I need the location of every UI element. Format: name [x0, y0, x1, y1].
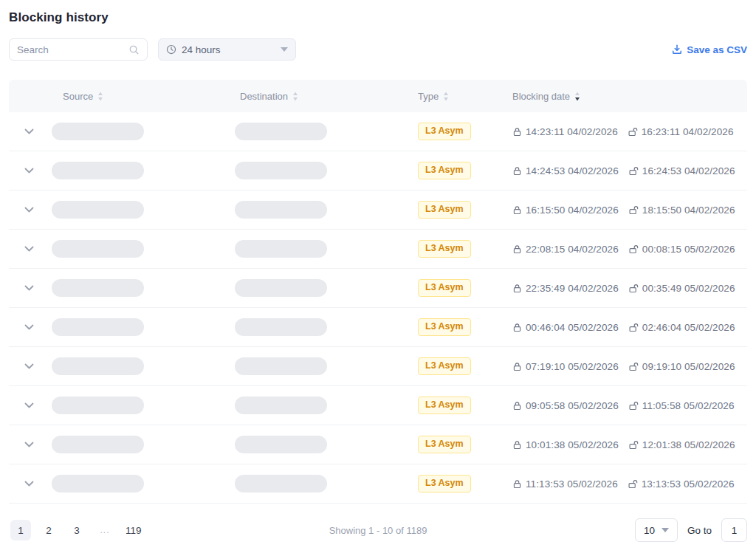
page-ellipsis: ... — [94, 520, 115, 540]
search-input[interactable] — [17, 44, 128, 55]
save-csv-button[interactable]: Save as CSV — [672, 44, 747, 55]
blocking-date-column-label: Blocking date — [512, 91, 570, 102]
toolbar: 24 hours Save as CSV — [9, 38, 747, 61]
source-cell — [52, 201, 235, 219]
download-icon — [672, 44, 682, 55]
source-cell — [52, 357, 235, 375]
page-button-119[interactable]: 119 — [123, 520, 145, 540]
page-button-3[interactable]: 3 — [66, 520, 87, 540]
blocking-date-cell: 07:19:10 05/02/2026 09:19:10 05/02/2026 — [512, 361, 747, 372]
expand-row-chevron-icon[interactable] — [22, 478, 36, 489]
source-cell — [52, 162, 235, 179]
type-cell: L3 Asym — [418, 318, 512, 337]
destination-placeholder — [235, 318, 327, 336]
type-cell: L3 Asym — [418, 357, 512, 376]
page-size-select[interactable]: 10 — [635, 518, 678, 542]
type-badge: L3 Asym — [418, 397, 471, 415]
column-header-destination[interactable]: Destination — [235, 91, 418, 102]
expand-row-chevron-icon[interactable] — [22, 165, 36, 176]
expand-row-chevron-icon[interactable] — [22, 439, 36, 450]
sort-blocking-date-icon-desc-active[interactable] — [574, 92, 580, 101]
lock-closed-icon — [512, 323, 522, 332]
page-button-1[interactable]: 1 — [10, 520, 31, 540]
lock-open-icon — [628, 323, 639, 332]
block-start-time: 11:13:53 05/02/2026 — [512, 478, 618, 490]
destination-placeholder — [235, 162, 327, 179]
column-header-blocking-date[interactable]: Blocking date — [512, 91, 747, 102]
type-cell: L3 Asym — [418, 475, 512, 493]
page-button-2[interactable]: 2 — [38, 520, 59, 540]
time-filter-dropdown[interactable]: 24 hours — [158, 38, 296, 61]
destination-placeholder — [235, 357, 327, 375]
sort-type-icon[interactable] — [443, 92, 449, 101]
source-cell — [52, 436, 235, 453]
source-placeholder — [52, 436, 144, 453]
destination-cell — [235, 318, 418, 336]
type-badge: L3 Asym — [418, 357, 471, 376]
block-end-time: 12:01:38 05/02/2026 — [628, 439, 735, 450]
block-start-time: 09:05:58 05/02/2026 — [512, 400, 619, 411]
destination-cell — [235, 123, 418, 140]
page-title: Blocking history — [9, 10, 747, 25]
lock-closed-icon — [512, 127, 522, 137]
lock-open-icon — [628, 205, 639, 215]
page-list: 1 2 3 ... 119 — [10, 520, 145, 540]
expand-row-chevron-icon[interactable] — [22, 322, 36, 332]
block-end-time: 18:15:50 04/02/2026 — [628, 205, 735, 216]
lock-open-icon — [628, 362, 639, 371]
table-row: L3 Asym 16:15:50 04/02/2026 — [9, 191, 747, 230]
search-box[interactable] — [9, 38, 148, 61]
lock-closed-icon — [512, 166, 522, 176]
type-badge: L3 Asym — [418, 162, 471, 180]
blocking-date-cell: 00:46:04 05/02/2026 02:46:04 05/02/2026 — [512, 322, 747, 333]
time-filter-value: 24 hours — [182, 44, 221, 55]
lock-closed-icon — [512, 362, 522, 371]
block-end-time: 11:05:58 05/02/2026 — [628, 400, 735, 411]
blocking-history-page: Blocking history 24 hours — [0, 0, 756, 542]
destination-placeholder — [235, 123, 327, 140]
goto-page-input[interactable] — [721, 518, 747, 542]
lock-closed-icon — [512, 205, 522, 215]
table-row: L3 Asym 07:19:10 05/02/2026 — [9, 347, 747, 386]
chevron-down-icon — [662, 528, 669, 532]
lock-open-icon — [628, 284, 639, 293]
type-badge: L3 Asym — [418, 318, 471, 337]
block-end-time: 00:08:15 05/02/2026 — [628, 244, 735, 255]
block-start-time: 14:24:53 04/02/2026 — [512, 165, 619, 176]
column-header-type[interactable]: Type — [418, 91, 512, 102]
blocking-date-cell: 22:35:49 04/02/2026 00:35:49 05/02/2026 — [512, 283, 747, 294]
column-header-source[interactable]: Source — [52, 91, 235, 102]
destination-placeholder — [235, 279, 327, 297]
lock-open-icon — [628, 479, 638, 489]
destination-placeholder — [235, 436, 327, 453]
table-row: L3 Asym 14:23:11 04/02/2026 — [9, 112, 747, 151]
block-end-time: 16:23:11 04/02/2026 — [628, 126, 734, 137]
source-placeholder — [52, 201, 144, 219]
blocking-date-cell: 09:05:58 05/02/2026 11:05:58 05/02/2026 — [512, 400, 747, 411]
source-cell — [52, 397, 235, 414]
pagination-bar: 1 2 3 ... 119 Showing 1 - 10 of 1189 10 … — [9, 518, 747, 542]
sort-destination-icon[interactable] — [292, 92, 298, 101]
lock-open-icon — [628, 440, 639, 450]
block-start-time: 22:08:15 04/02/2026 — [512, 244, 619, 255]
block-start-time: 16:15:50 04/02/2026 — [512, 205, 619, 216]
expand-row-chevron-icon[interactable] — [22, 244, 36, 254]
expand-row-chevron-icon[interactable] — [22, 400, 36, 411]
block-end-time: 02:46:04 05/02/2026 — [628, 322, 735, 333]
destination-cell — [235, 279, 418, 297]
goto-label: Go to — [687, 525, 712, 536]
expand-row-chevron-icon[interactable] — [22, 205, 36, 215]
type-cell: L3 Asym — [418, 436, 512, 454]
expand-row-chevron-icon[interactable] — [22, 126, 36, 137]
blocking-date-cell: 10:01:38 05/02/2026 12:01:38 05/02/2026 — [512, 439, 747, 450]
lock-open-icon — [628, 401, 639, 411]
table-header-row: Source Destination Type Blocking date — [9, 80, 747, 112]
clock-icon — [166, 44, 176, 55]
expand-row-chevron-icon[interactable] — [22, 283, 36, 293]
type-badge: L3 Asym — [418, 279, 471, 298]
sort-source-icon[interactable] — [97, 92, 103, 101]
lock-open-icon — [628, 127, 638, 137]
source-placeholder — [52, 318, 144, 336]
destination-cell — [235, 436, 418, 453]
expand-row-chevron-icon[interactable] — [22, 361, 36, 371]
